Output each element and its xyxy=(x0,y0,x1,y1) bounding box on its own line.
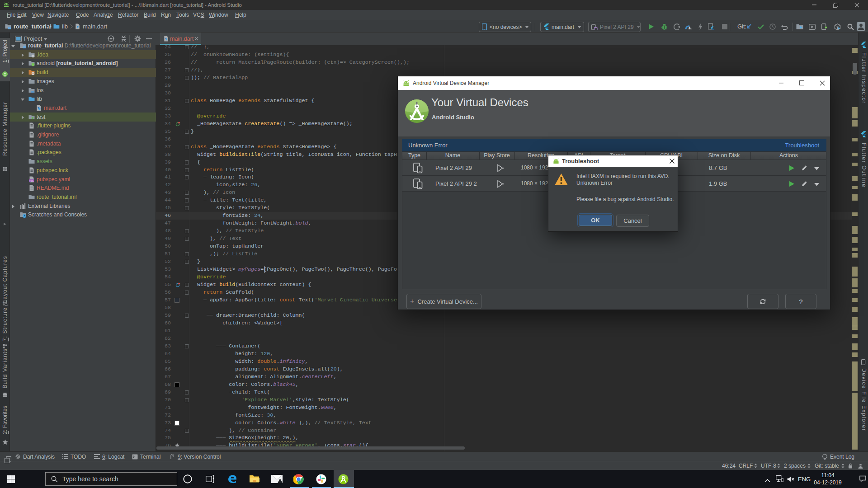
svg-text:YML: YML xyxy=(29,179,34,182)
